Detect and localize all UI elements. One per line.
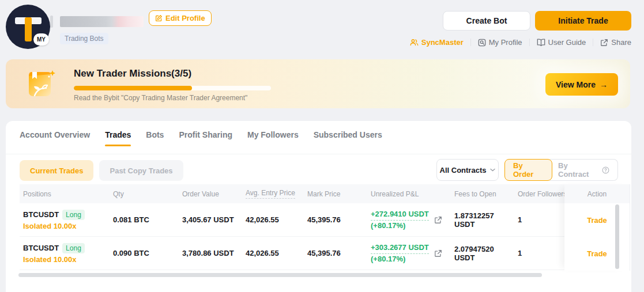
view-more-button[interactable]: View More →: [545, 73, 618, 96]
pnl-percent: (+80.17%): [371, 221, 429, 231]
col-qty: Qty: [110, 190, 179, 198]
margin-mode: Isolated 10.00x: [23, 255, 110, 264]
trade-filters: Current Trades Past Copy Trades: [20, 160, 183, 181]
sync-master-link[interactable]: SyncMaster: [410, 38, 464, 47]
followers-cell: 1: [514, 215, 564, 224]
symbol: BTCUSDT: [23, 210, 59, 219]
profile-card-icon: [478, 39, 486, 47]
page-header: MY Trading Bots Edit Profile Create Bot …: [0, 0, 644, 58]
avg-entry-price-label: Avg. Entry Price: [246, 189, 295, 199]
col-positions: Positions: [20, 190, 110, 198]
divider: [593, 39, 593, 46]
qty-cell: 0.081 BTC: [110, 215, 179, 224]
quick-links: SyncMaster My Profile User Guide: [410, 38, 631, 47]
external-link-icon[interactable]: [434, 216, 442, 224]
avatar-my-badge: MY: [33, 33, 49, 45]
divider: [470, 39, 471, 46]
col-action: Action: [564, 184, 630, 203]
tab-trades[interactable]: Trades: [105, 130, 131, 146]
trade-button[interactable]: Trade: [587, 249, 607, 258]
edit-profile-button[interactable]: Edit Profile: [149, 10, 212, 26]
tabs-divider: [6, 154, 631, 154]
mark-price-cell: 45,395.76: [304, 249, 367, 257]
edit-profile-label: Edit Profile: [165, 14, 205, 22]
avg-entry-price-cell: 42,026.55: [242, 215, 304, 224]
followers-cell: 1: [514, 249, 564, 257]
trades-card: Account Overview Trades Bots Profit Shar…: [6, 121, 631, 292]
share-icon: [600, 39, 608, 47]
view-more-label: View More: [556, 80, 596, 89]
avg-entry-price-cell: 42,026.55: [242, 249, 304, 257]
table-controls: All Contracts By Order By Contract: [436, 159, 618, 181]
pnl-percent: (+80.17%): [371, 254, 429, 264]
col-order-value: Order Value: [179, 190, 242, 198]
share-label: Share: [611, 38, 631, 47]
col-avg-entry-price: Avg. Entry Price: [242, 189, 304, 199]
chevron-down-icon: [490, 168, 495, 172]
mission-title: New Trader Missions(3/5): [74, 68, 191, 79]
position-cell: BTCUSDT Long Isolated 10.00x: [20, 210, 110, 230]
col-unrealized-pnl: Unrealized P&L: [367, 190, 451, 198]
symbol: BTCUSDT: [23, 244, 59, 252]
initiate-trade-button[interactable]: Initiate Trade: [535, 11, 631, 31]
avatar-logo-stem: [25, 17, 32, 41]
pnl-value: +303.2677 USDT: [371, 242, 429, 254]
people-icon: [410, 39, 419, 46]
create-bot-button[interactable]: Create Bot: [443, 11, 530, 31]
col-order-followers: Order Followers: [514, 190, 564, 198]
new-trader-missions-banner: New Trader Missions(3/5) Read the Bybit …: [6, 59, 630, 108]
order-value-cell: 3,405.67 USDT: [179, 215, 242, 224]
table-row: BTCUSDT Long Isolated 10.00x 0.090 BTC 3…: [20, 237, 630, 270]
tab-account-overview[interactable]: Account Overview: [20, 130, 90, 146]
redacted-username: [60, 16, 144, 27]
position-cell: BTCUSDT Long Isolated 10.00x: [20, 243, 110, 264]
tab-subscribed-users[interactable]: Subscribed Users: [314, 130, 382, 146]
share-link[interactable]: Share: [600, 38, 631, 47]
question-circle-icon: [602, 166, 609, 174]
side-badge: Long: [62, 210, 85, 220]
side-badge: Long: [62, 243, 85, 253]
margin-mode: Isolated 10.00x: [23, 222, 110, 230]
qty-cell: 0.090 BTC: [110, 249, 179, 257]
pnl-value: +272.9410 USDT: [371, 209, 429, 221]
unrealized-pnl-cell: +303.2677 USDT (+80.17%): [367, 242, 451, 264]
table-row: BTCUSDT Long Isolated 10.00x 0.081 BTC 3…: [20, 203, 630, 237]
all-contracts-label: All Contracts: [440, 166, 487, 175]
view-mode-segment: By Order By Contract: [504, 159, 618, 181]
table-header-row: Positions Qty Order Value Avg. Entry Pri…: [20, 184, 630, 203]
my-profile-label: My Profile: [489, 38, 522, 47]
fees-cell: 2.07947520 USDT: [451, 245, 514, 262]
tab-profit-sharing[interactable]: Profit Sharing: [179, 130, 232, 146]
edit-icon: [155, 14, 163, 22]
by-contract-toggle[interactable]: By Contract: [550, 159, 618, 181]
external-link-icon[interactable]: [434, 249, 442, 257]
my-profile-link[interactable]: My Profile: [478, 38, 522, 47]
all-contracts-select[interactable]: All Contracts: [436, 159, 499, 181]
sync-master-label: SyncMaster: [421, 38, 464, 47]
divider: [529, 39, 530, 46]
book-icon: [537, 39, 545, 46]
trading-bots-tag: Trading Bots: [60, 33, 108, 44]
mission-progress-fill: [74, 86, 192, 90]
unrealized-pnl-cell: +272.9410 USDT (+80.17%): [367, 209, 451, 230]
arrow-right-icon: →: [600, 80, 608, 89]
trade-button[interactable]: Trade: [587, 216, 607, 225]
by-contract-label: By Contract: [558, 161, 599, 179]
fees-cell: 1.87312257 USDT: [451, 211, 514, 229]
by-order-toggle[interactable]: By Order: [504, 159, 552, 181]
horizontal-scrollbar[interactable]: [18, 273, 542, 277]
current-trades-button[interactable]: Current Trades: [20, 160, 93, 181]
user-guide-label: User Guide: [548, 38, 586, 47]
col-mark-price: Mark Price: [304, 190, 367, 198]
action-sticky-column: Action Trade Trade: [564, 184, 630, 271]
user-guide-link[interactable]: User Guide: [537, 38, 586, 47]
tab-my-followers[interactable]: My Followers: [247, 130, 299, 146]
mission-progress-bar: [74, 86, 271, 90]
tab-bar: Account Overview Trades Bots Profit Shar…: [20, 130, 382, 146]
mission-book-icon: [23, 67, 58, 101]
tab-bots[interactable]: Bots: [146, 130, 164, 146]
past-copy-trades-button[interactable]: Past Copy Trades: [99, 160, 183, 181]
positions-table: Positions Qty Order Value Avg. Entry Pri…: [20, 184, 630, 270]
vertical-scrollbar[interactable]: [615, 204, 619, 269]
order-value-cell: 3,780.86 USDT: [179, 249, 242, 257]
